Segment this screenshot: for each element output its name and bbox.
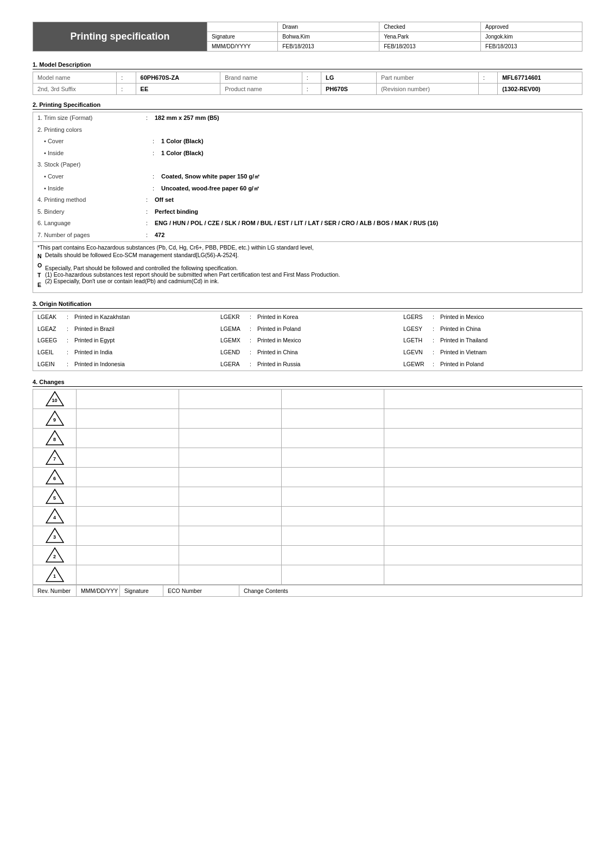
brand-name-sep: : <box>302 72 321 84</box>
spec-bindery-val: Perfect binding <box>155 207 198 217</box>
origin-lgeak: LGEAK:Printed in Kazakhstan <box>33 311 216 323</box>
section-printing-title: 2. Printing Specification <box>33 101 582 110</box>
rev-number-label: (Revision number) <box>376 84 478 95</box>
changes-col4-8 <box>384 429 582 448</box>
header-date-label: MMM/DD/YYYY <box>207 42 278 51</box>
changes-col2-5 <box>179 487 282 506</box>
header-date-row: MMM/DD/YYYY FEB/18/2013 FEB/18/2013 FEB/… <box>207 42 582 51</box>
spec-notes: *This part contains Eco-hazardous substa… <box>33 241 582 292</box>
spec-stock-cover-val: Coated, Snow white paper 150 g/㎡ <box>161 172 260 182</box>
changes-col3-6 <box>282 468 384 487</box>
changes-col2-6 <box>179 468 282 487</box>
header-approved-label: Approved <box>481 22 582 31</box>
changes-col4-3 <box>384 526 582 545</box>
changes-num-5: 5 <box>33 487 77 506</box>
part-number-val: MFL67714601 <box>498 72 582 84</box>
origin-lgein: LGEIN:Printed in Indonesia <box>33 359 216 371</box>
header-drawn-date: FEB/18/2013 <box>278 42 379 51</box>
header-signature-row: Signature Bohwa.Kim Yena.Park Jongok.kim <box>207 32 582 42</box>
spec-inside-color-label: • Inside <box>44 149 153 158</box>
model-row-2: 2nd, 3rd Suffix : EE Product name : PH67… <box>33 84 582 95</box>
section-origin-title: 3. Origin Notification <box>33 301 582 309</box>
note-content: Details should be followed Eco-SCM manag… <box>45 252 578 290</box>
changes-num-2: 2 <box>33 546 77 565</box>
changes-col3-7 <box>282 448 384 467</box>
spec-print-colors-label: 2. Printing colors <box>37 125 146 135</box>
changes-col4-7 <box>384 448 582 467</box>
origin-lgekr: LGEKR:Printed in Korea <box>216 311 399 323</box>
spec-language: 6. Language : ENG / HUN / POL / CZE / SL… <box>33 218 582 229</box>
spec-method-val: Off set <box>155 195 174 205</box>
spec-method: 4. Printing method : Off set <box>33 194 582 206</box>
spec-trim-size: 1. Trim size (Format) : 182 mm x 257 mm … <box>33 112 582 124</box>
note-letter-e: E <box>37 280 45 290</box>
changes-num-9: 9 <box>33 409 77 428</box>
triangle-10: 10 <box>46 391 64 407</box>
printing-spec-box: 1. Trim size (Format) : 182 mm x 257 mm … <box>33 112 582 293</box>
triangle-label-9: 9 <box>53 417 56 423</box>
changes-col2-9 <box>179 409 282 428</box>
spec-cover-color-label: • Cover <box>44 137 153 146</box>
brand-name-val: LG <box>321 72 376 84</box>
changes-col3-5 <box>282 487 384 506</box>
header-sig-label: Signature <box>207 32 278 41</box>
origin-box: LGEAK:Printed in Kazakhstan LGEKR:Printe… <box>33 311 582 371</box>
changes-col1-5 <box>77 487 179 506</box>
changes-col2-3 <box>179 526 282 545</box>
spec-pages: 7. Number of pages : 472 <box>33 229 582 241</box>
changes-col1-1 <box>77 565 179 584</box>
spec-bindery: 5. Bindery : Perfect binding <box>33 206 582 218</box>
origin-lgers: LGERS:Printed in Mexico <box>399 311 582 323</box>
header-checked-date: FEB/18/2013 <box>379 42 481 51</box>
changes-col1-10 <box>77 390 179 409</box>
changes-col4-9 <box>384 409 582 428</box>
spec-trim-val: 182 mm x 257 mm (B5) <box>155 113 219 123</box>
changes-num-1: 1 <box>33 565 77 584</box>
changes-col2-4 <box>179 507 282 526</box>
spec-method-label: 4. Printing method <box>37 195 146 205</box>
origin-lgema: LGEMA:Printed in Poland <box>216 323 399 335</box>
spec-cover-color: • Cover : 1 Color (Black) <box>33 136 582 148</box>
changes-col4-6 <box>384 468 582 487</box>
triangle-7: 7 <box>46 449 64 465</box>
footer-eco-number: ECO Number <box>163 585 239 596</box>
part-number-label: Part number <box>376 72 478 84</box>
changes-col3-2 <box>282 546 384 565</box>
spec-inside-color: • Inside : 1 Color (Black) <box>33 148 582 159</box>
triangle-3: 3 <box>46 527 64 544</box>
changes-col2-10 <box>179 390 282 409</box>
product-name-val: PH670S <box>321 84 376 95</box>
triangle-1: 1 <box>46 566 64 583</box>
changes-num-3: 3 <box>33 526 77 545</box>
suffix-sep: : <box>117 84 136 95</box>
origin-lgera: LGERA:Printed in Russia <box>216 359 399 371</box>
changes-col1-9 <box>77 409 179 428</box>
changes-row-2: 2 <box>33 546 582 565</box>
header-section: Printing specification Drawn Checked App… <box>33 22 582 52</box>
triangle-label-7: 7 <box>53 456 56 462</box>
origin-lgevn: LGEVN:Printed in Vietnam <box>399 347 582 359</box>
changes-col1-6 <box>77 468 179 487</box>
spec-stock-cover-label: • Cover <box>44 172 153 182</box>
spec-stock-inside: • Inside : Uncoated, wood-free paper 60 … <box>33 183 582 195</box>
changes-col1-2 <box>77 546 179 565</box>
note-letters: N O T E <box>37 252 45 290</box>
header-drawn-label: Drawn <box>278 22 379 31</box>
footer-change-contents: Change Contents <box>239 585 582 596</box>
changes-num-10: 10 <box>33 390 77 409</box>
suffix-val: EE <box>136 84 220 95</box>
changes-col1-3 <box>77 526 179 545</box>
spec-stock-inside-val: Uncoated, wood-free paper 60 g/㎡ <box>161 184 259 194</box>
spec-stock-label: 3. Stock (Paper) <box>37 160 146 170</box>
triangle-label-4: 4 <box>53 515 56 520</box>
spec-note-body: N O T E Details should be followed Eco-S… <box>37 252 578 290</box>
triangle-2: 2 <box>46 547 64 563</box>
changes-row-8: 8 <box>33 429 582 448</box>
header-approved-date: FEB/18/2013 <box>481 42 582 51</box>
footer-rev-number: Rev. Number <box>33 585 77 596</box>
triangle-4: 4 <box>46 508 64 524</box>
spec-note-intro: *This part contains Eco-hazardous substa… <box>37 244 578 251</box>
changes-col3-9 <box>282 409 384 428</box>
triangle-label-8: 8 <box>53 437 56 442</box>
changes-row-10: 10 <box>33 390 582 409</box>
